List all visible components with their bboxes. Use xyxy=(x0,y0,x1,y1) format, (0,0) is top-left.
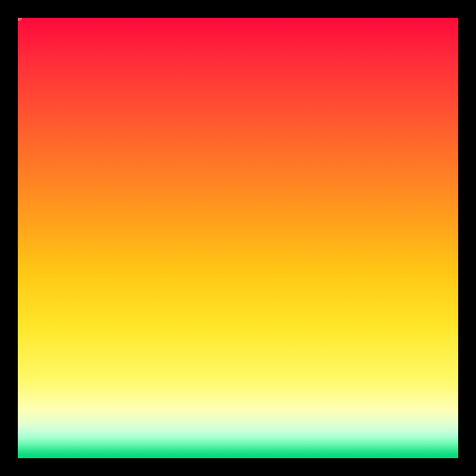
bottleneck-curve xyxy=(18,18,458,458)
chart-frame xyxy=(0,0,476,476)
plot-area xyxy=(18,18,458,458)
